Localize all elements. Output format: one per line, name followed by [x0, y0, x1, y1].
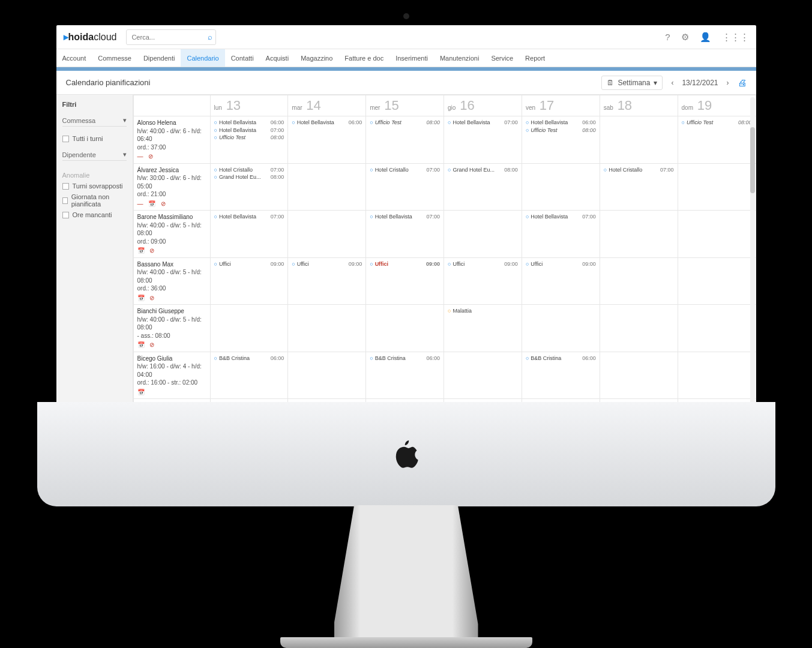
calendar-cell[interactable]: [678, 305, 756, 352]
shift-entry[interactable]: ○Hotel Bellavista06:00: [526, 119, 596, 127]
shift-entry[interactable]: ○Uffici09:00: [448, 260, 518, 268]
shift-entry[interactable]: ○Uffici09:00: [292, 260, 362, 268]
prev-week-button[interactable]: ‹: [669, 77, 676, 88]
calendar-cell[interactable]: [288, 211, 366, 258]
shift-entry[interactable]: ○Grand Hotel Eu...08:00: [448, 166, 518, 174]
shift-entry[interactable]: ○Hotel Cristallo07:00: [604, 166, 674, 174]
calendar-cell[interactable]: ○Hotel Bellavista06:00: [288, 116, 366, 164]
calendar-cell[interactable]: [600, 305, 678, 352]
current-date[interactable]: 13/12/2021: [682, 79, 718, 87]
calendar-cell[interactable]: [444, 352, 522, 399]
calendar-cell[interactable]: ○Malattia: [444, 305, 522, 352]
menu-manutenzioni[interactable]: Manutenzioni: [434, 49, 485, 67]
shift-entry[interactable]: ○Hotel Bellavista07:00: [214, 127, 284, 134]
calendar-cell[interactable]: [522, 163, 600, 211]
unplanned-checkbox[interactable]: Giornata non pianificata: [62, 193, 127, 208]
menu-report[interactable]: Report: [519, 49, 551, 67]
calendar-cell[interactable]: [522, 305, 600, 352]
shift-entry[interactable]: ○Uffici09:00: [370, 260, 440, 268]
menu-fatture-e-doc[interactable]: Fatture e doc: [338, 49, 389, 67]
shift-entry[interactable]: ○B&B Cristina06:00: [214, 355, 284, 362]
shift-entry[interactable]: ○Ufficio Test08:00: [370, 119, 440, 127]
apps-icon[interactable]: ⋮⋮⋮: [722, 32, 749, 43]
shift-entry[interactable]: ○Hotel Cristallo07:00: [370, 166, 440, 174]
shift-entry[interactable]: ○B&B Cristina06:00: [370, 355, 440, 362]
shift-entry[interactable]: ○Hotel Bellavista07:00: [526, 213, 596, 221]
calendar-cell[interactable]: [678, 352, 756, 399]
calendar-cell[interactable]: ○Uffici09:00: [210, 257, 288, 305]
search-box[interactable]: ⌕: [126, 29, 216, 45]
shift-entry[interactable]: ○Hotel Bellavista07:00: [370, 213, 440, 221]
shift-entry[interactable]: ○Hotel Bellavista06:00: [214, 119, 284, 127]
calendar-cell[interactable]: [678, 163, 756, 211]
scrollbar-thumb[interactable]: [750, 127, 755, 193]
shift-entry[interactable]: ○B&B Cristina06:00: [526, 355, 596, 362]
shift-entry[interactable]: ○Uffici09:00: [214, 260, 284, 268]
calendar-cell[interactable]: [444, 211, 522, 258]
calendar-cell[interactable]: [600, 116, 678, 164]
calendar-cell[interactable]: [288, 305, 366, 352]
calendar-cell[interactable]: [288, 352, 366, 399]
menu-contatti[interactable]: Contatti: [225, 49, 260, 67]
calendar-grid[interactable]: lun 13mar 14mer 15gio 16ven 17sab 18dom …: [133, 95, 756, 421]
shift-entry[interactable]: ○Hotel Cristallo07:00: [214, 166, 284, 174]
overlap-checkbox[interactable]: Turni sovrapposti: [62, 182, 127, 190]
calendar-cell[interactable]: ○Uffici09:00: [288, 257, 366, 305]
employee-cell[interactable]: Bianchi Giuseppe h/w: 40:00 - d/w: 5 - h…: [133, 305, 210, 352]
menu-service[interactable]: Service: [485, 49, 519, 67]
menu-calendario[interactable]: Calendario: [181, 49, 224, 67]
menu-inserimenti[interactable]: Inserimenti: [389, 49, 434, 67]
calendar-cell[interactable]: ○Ufficio Test08:00: [678, 116, 756, 164]
calendar-cell[interactable]: [600, 211, 678, 258]
calendar-cell[interactable]: ○Hotel Bellavista07:00: [522, 211, 600, 258]
menu-commesse[interactable]: Commesse: [92, 49, 137, 67]
calendar-cell[interactable]: ○Hotel Bellavista06:00○Ufficio Test08:00: [522, 116, 600, 164]
shift-entry[interactable]: ○Hotel Bellavista06:00: [292, 119, 362, 127]
menu-acquisti[interactable]: Acquisti: [260, 49, 295, 67]
menu-dipendenti[interactable]: Dipendenti: [137, 49, 181, 67]
missing-hours-checkbox[interactable]: Ore mancanti: [62, 211, 127, 218]
calendar-cell[interactable]: ○Hotel Bellavista07:00: [210, 211, 288, 258]
user-icon[interactable]: 👤: [700, 32, 711, 43]
scrollbar[interactable]: [750, 97, 755, 421]
calendar-cell[interactable]: ○B&B Cristina06:00: [366, 352, 444, 399]
search-input[interactable]: [126, 29, 216, 45]
employee-cell[interactable]: Bicego Giulia h/w: 16:00 - d/w: 4 - h/d:…: [133, 352, 210, 399]
employee-cell[interactable]: Alonso Helena h/w: 40:00 - d/w: 6 - h/d:…: [133, 116, 210, 164]
calendar-cell[interactable]: ○Uffici09:00: [366, 257, 444, 305]
calendar-cell[interactable]: [600, 352, 678, 399]
employee-cell[interactable]: Bassano Max h/w: 40:00 - d/w: 5 - h/d: 0…: [133, 257, 210, 305]
calendar-cell[interactable]: ○Grand Hotel Eu...08:00: [444, 163, 522, 211]
calendar-cell[interactable]: [366, 305, 444, 352]
all-shifts-checkbox[interactable]: Tutti i turni: [62, 135, 127, 142]
shift-entry[interactable]: ○Hotel Bellavista07:00: [448, 119, 518, 127]
shift-entry[interactable]: ○Ufficio Test08:00: [214, 134, 284, 142]
gear-icon[interactable]: ⚙: [681, 32, 689, 43]
search-icon[interactable]: ⌕: [208, 32, 212, 41]
shift-entry[interactable]: ○Hotel Bellavista07:00: [214, 213, 284, 221]
shift-entry[interactable]: ○Grand Hotel Eu...08:00: [214, 173, 284, 181]
next-week-button[interactable]: ›: [724, 77, 732, 88]
calendar-cell[interactable]: ○Uffici09:00: [444, 257, 522, 305]
calendar-cell[interactable]: [288, 163, 366, 211]
calendar-cell[interactable]: ○Hotel Bellavista07:00: [444, 116, 522, 164]
dipendente-dropdown[interactable]: Dipendente▾: [62, 151, 127, 161]
calendar-cell[interactable]: ○Hotel Bellavista07:00: [366, 211, 444, 258]
shift-entry[interactable]: ○Ufficio Test08:00: [682, 119, 752, 127]
menu-magazzino[interactable]: Magazzino: [295, 49, 338, 67]
calendar-cell[interactable]: [600, 257, 678, 305]
calendar-cell[interactable]: ○Ufficio Test08:00: [366, 116, 444, 164]
calendar-cell[interactable]: ○Uffici09:00: [522, 257, 600, 305]
calendar-cell[interactable]: [678, 257, 756, 305]
calendar-cell[interactable]: ○Hotel Cristallo07:00○Grand Hotel Eu...0…: [210, 163, 288, 211]
menu-account[interactable]: Account: [56, 49, 92, 67]
calendar-cell[interactable]: ○Hotel Bellavista06:00○Hotel Bellavista0…: [210, 116, 288, 164]
calendar-cell[interactable]: ○B&B Cristina06:00: [210, 352, 288, 399]
employee-cell[interactable]: Barone Massimiliano h/w: 40:00 - d/w: 5 …: [133, 211, 210, 258]
calendar-cell[interactable]: [678, 211, 756, 258]
help-icon[interactable]: ?: [665, 32, 670, 43]
view-selector[interactable]: 🗓 Settimana ▾: [601, 76, 663, 90]
calendar-cell[interactable]: [210, 305, 288, 352]
calendar-cell[interactable]: ○Hotel Cristallo07:00: [600, 163, 678, 211]
calendar-cell[interactable]: ○B&B Cristina06:00: [522, 352, 600, 399]
